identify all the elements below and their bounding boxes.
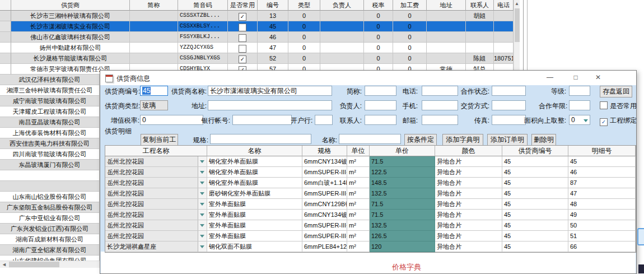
vertical-scroll-thumb[interactable]	[515, 8, 520, 42]
detail-grid-row[interactable]: 岳州北控花园室外单面贴膜6mmCNY129B镀膜钢化m²71.5异地合片4548	[105, 199, 636, 210]
supply-detail-grid[interactable]: 工程名称名称规格单位单价颜色供货商编号明细号岳州北控花园钢化室外单面贴膜6mmC…	[105, 145, 636, 253]
table-row[interactable]: 湘潭三金特种玻璃有限责任公司	[0, 85, 100, 96]
table-row[interactable]: 广东中亚铝业有限公司	[0, 213, 100, 224]
supplier-table-vertical-scrollbar[interactable]: ▲	[514, 0, 520, 70]
chevron-down-icon[interactable]	[198, 199, 207, 209]
chevron-down-icon[interactable]	[198, 178, 207, 188]
field-manager-input[interactable]	[365, 100, 396, 110]
column-header[interactable]: 负责人	[320, 0, 364, 11]
chevron-down-icon[interactable]	[198, 156, 207, 166]
checkbox-icon[interactable]	[239, 45, 246, 53]
scroll-up-icon[interactable]: ▲	[514, 0, 520, 8]
column-header[interactable]: 地址	[427, 0, 466, 11]
column-header[interactable]: 单价	[370, 146, 435, 156]
checkbox-checked-icon[interactable]: ✓	[239, 55, 246, 63]
checkbox-icon[interactable]	[239, 34, 246, 42]
table-row[interactable]: 南昌亚晶玻璃有限公司	[0, 117, 100, 128]
table-row[interactable]: 四川南玻节能玻璃有限公司	[0, 149, 100, 160]
delete-detail-button[interactable]: 删除明细	[531, 134, 556, 146]
field-vat-rate-input[interactable]: 0	[140, 115, 203, 125]
name-filter-input[interactable]	[339, 134, 401, 144]
detail-grid-row[interactable]: 岳州北控花园室外单面贴膜6mmSUPER-III+12A(硅...m²132.5…	[105, 220, 636, 231]
checkbox-icon[interactable]	[239, 24, 246, 31]
detail-grid-row[interactable]: 岳州北控花园钢化室外单面贴膜6mmSUPER-III+12A(硅...m²122…	[105, 167, 636, 178]
field-email-input[interactable]	[422, 115, 458, 125]
column-header[interactable]: 类型	[288, 0, 320, 11]
table-row[interactable]: 西安佳吉美电力科技有限公司	[0, 138, 100, 149]
column-header[interactable]: 简称	[130, 0, 178, 11]
table-row[interactable]: 武汉亿泽科技有限公司	[0, 75, 100, 85]
chevron-down-icon[interactable]	[198, 210, 207, 220]
table-row[interactable]: 湖南广亚全铝家居有限公司	[0, 245, 100, 256]
table-row[interactable]: 咸宁南玻节能玻璃有限公司	[0, 96, 100, 106]
chevron-down-icon[interactable]	[198, 167, 207, 177]
field-contact-input[interactable]	[365, 115, 396, 125]
close-icon[interactable]: ✕	[590, 71, 606, 85]
field-bank-account-input[interactable]	[232, 115, 292, 125]
field-area-round-up-input[interactable]: 0	[569, 115, 590, 125]
locate-by-condition-button[interactable]: 按条件定位	[404, 134, 437, 146]
maximize-icon[interactable]: □	[567, 71, 584, 85]
checkbox-checked-icon[interactable]: ✓	[239, 13, 246, 21]
table-row[interactable]: 天津耀皮工程玻璃有限公司	[0, 106, 100, 117]
project-bind-checkbox[interactable]: ✓工程绑定	[600, 116, 637, 126]
field-phone-input[interactable]	[422, 86, 458, 96]
table-row[interactable]: 长沙市三湘特种玻璃有限公司CSSSXTZBL...✓13000胡姐	[0, 11, 520, 21]
chevron-down-icon[interactable]	[198, 220, 207, 230]
supplier-table-horizontal-scrollbar[interactable]: ◄	[0, 261, 100, 268]
detail-grid-row[interactable]: 岳州北控花园磨砂钢化室外单面贴膜6mmSUPER-III+12A(硅...m²1…	[105, 188, 636, 199]
chevron-down-icon[interactable]	[584, 119, 588, 122]
field-supplier-type-input[interactable]: 玻璃	[140, 100, 168, 110]
field-address-input[interactable]	[208, 100, 332, 110]
field-mobile-input[interactable]	[422, 100, 458, 110]
supplier-table[interactable]: 供货商简称简音码是否常用编号类型负责人税率加工费地址联系人电话长沙市三湘特种玻璃…	[0, 0, 520, 75]
table-row[interactable]	[0, 181, 100, 192]
table-row[interactable]: 湖南百成新材料有限公司	[0, 234, 100, 245]
add-dictionary-detail-button[interactable]: 添加字典明细	[442, 134, 483, 146]
chevron-down-icon[interactable]	[198, 188, 207, 198]
table-row[interactable]: 长沙晟格节能玻璃有限公司CSSGJNBLYXGS✓52000陈姐180751	[0, 53, 520, 64]
column-header[interactable]: 明细号	[568, 146, 636, 156]
table-row[interactable]: 东晶玻璃厦门有限公司	[0, 160, 100, 170]
detail-grid-row[interactable]: 长沙龙湖祺鑫星座钢化双面不贴膜6mmPLE84+12A(硅酮胶...m²120异…	[105, 242, 636, 252]
table-row[interactable]: 上海优泰装饰材料有限公司	[0, 128, 100, 138]
field-grade-input[interactable]	[569, 86, 590, 96]
supplier-table-left-rows[interactable]: 武汉亿泽科技有限公司湘潭三金特种玻璃有限责任公司咸宁南玻节能玻璃有限公司天津耀皮…	[0, 75, 100, 266]
detail-grid-row[interactable]: 岳州北控花园钢化室外单面贴膜6mm白玻+1.14PVB+6mm...m²148.…	[105, 178, 636, 188]
column-header[interactable]: 名称	[207, 146, 302, 156]
copy-current-project-button[interactable]: 复制当前工程	[141, 134, 178, 146]
chevron-down-icon[interactable]	[198, 242, 207, 252]
dialog-titlebar[interactable]: 供货商信息 — □ ✕	[100, 71, 636, 85]
table-row[interactable]: 山东南山铝业股份有限公司	[0, 192, 100, 202]
detail-grid-row[interactable]: 岳州北控花园钢化室外单面贴膜6mmCNY134镀膜钢化m²71.5异地合片454…	[105, 156, 636, 167]
horizontal-scroll-thumb[interactable]	[9, 262, 59, 267]
scroll-left-icon[interactable]: ◄	[0, 261, 8, 268]
field-coop-status-input[interactable]	[492, 86, 526, 96]
common-use-checkbox[interactable]: 是否常用	[600, 101, 637, 112]
table-row[interactable]	[0, 170, 100, 181]
column-header[interactable]: 供货商编号	[502, 146, 568, 156]
field-supplier-name-input[interactable]: 长沙市潇湘玻璃实业有限公司	[208, 86, 332, 96]
column-header[interactable]: 单位	[347, 146, 370, 156]
column-header[interactable]: 简音码	[178, 0, 228, 11]
field-bank-branch-input[interactable]	[315, 115, 333, 125]
column-header[interactable]: 是否常用	[228, 0, 258, 11]
chevron-down-icon[interactable]	[198, 231, 207, 241]
field-short-name-input[interactable]	[365, 86, 396, 96]
table-row[interactable]: 广东兴发铝业(江西)有限公司	[0, 224, 100, 234]
table-row[interactable]: 佛山市亿鑫玻璃科技有限公司FSSYXBLKJ...46000	[0, 32, 520, 43]
field-delivery-method-input[interactable]	[492, 100, 526, 110]
table-row[interactable]: 扬州中勤建材有限公司YZZQJCYXGS47000	[0, 43, 520, 53]
detail-grid-row[interactable]: 岳州北控花园室外单面贴膜6mmSUPER-III+12A(硅...m²126.5…	[105, 231, 636, 242]
column-header[interactable]: 税率	[364, 0, 393, 11]
column-header[interactable]: 颜色	[435, 146, 502, 156]
column-header[interactable]: 加工费	[393, 0, 427, 11]
add-order-detail-button[interactable]: 添加订单明细	[487, 134, 528, 146]
minimize-icon[interactable]: —	[542, 71, 558, 85]
table-row[interactable]: 长沙市潇湘玻璃实业有限公司CSSXXBLSY...45000	[0, 21, 520, 32]
spec-filter-input[interactable]	[210, 134, 311, 144]
column-header[interactable]: 规格	[302, 146, 347, 156]
detail-grid-row[interactable]: 岳州北控花园室外单面贴膜6mmCNY134镀膜钢化m²71.5异地合片4549	[105, 210, 636, 220]
column-header[interactable]: 编号	[258, 0, 288, 11]
column-header[interactable]: 供货商	[11, 0, 130, 11]
